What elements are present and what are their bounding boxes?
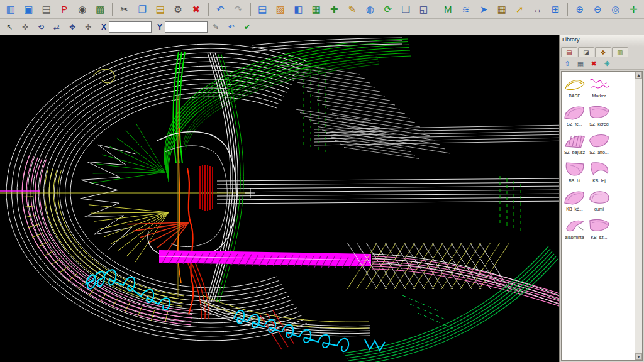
paste-icon: ▤	[156, 4, 165, 14]
library-tab-shapes[interactable]: ▤	[561, 47, 577, 57]
library-item[interactable]: alapminta	[562, 217, 587, 239]
export-pdf-button[interactable]: P	[56, 1, 74, 18]
white-zigzag	[80, 145, 136, 250]
select-tool-button[interactable]: ↖	[2, 20, 17, 34]
delete-button[interactable]: ✖	[187, 1, 205, 18]
y-coordinate-input[interactable]	[165, 21, 208, 33]
chart-button[interactable]: ≋	[457, 1, 475, 18]
red-hatch-center	[200, 165, 213, 211]
save-button[interactable]: ▣	[20, 1, 38, 18]
redo-button[interactable]: ↷	[230, 1, 247, 18]
table-button[interactable]: ▦	[308, 1, 325, 18]
library-item[interactable]: BB_hf	[562, 160, 587, 183]
save-icon: ▣	[24, 4, 33, 14]
new-window-button[interactable]: ❏	[397, 1, 415, 18]
material-button[interactable]: M	[440, 1, 457, 18]
library-item[interactable]: gumi	[587, 189, 611, 211]
edit-nodes-button[interactable]: ✜	[18, 20, 33, 34]
library-item-label: gumi	[594, 207, 604, 211]
open-button[interactable]: ▥	[2, 1, 19, 18]
print-button[interactable]: ▤	[38, 1, 55, 18]
x-coordinate-input[interactable]	[109, 21, 152, 33]
scroll-down-icon[interactable]: ▼	[635, 353, 642, 360]
library-item[interactable]: BASE	[562, 75, 587, 98]
rotate-tool-button[interactable]: ⟲	[33, 20, 48, 34]
sheet-button[interactable]: ▤	[254, 1, 272, 18]
apply-coords-button[interactable]: ✎	[208, 20, 223, 34]
red-wavy-line	[187, 168, 193, 314]
toolbar-separator	[208, 3, 209, 16]
library-tab-materials[interactable]: ▥	[612, 47, 628, 57]
layers-button[interactable]: ◧	[290, 1, 308, 18]
edit-tools-right: ✎↶✔	[208, 20, 255, 34]
zoom-fit-button[interactable]: ◎	[607, 1, 625, 18]
scroll-up-icon[interactable]: ▲	[635, 72, 642, 79]
library-item[interactable]: SZ_átfo...	[587, 132, 611, 155]
sole-yellow-ticks	[21, 197, 167, 324]
zoom-out-icon: ⊖	[594, 4, 602, 14]
library-up-button[interactable]: ⇧	[561, 59, 574, 69]
pattern-button[interactable]: ▨	[272, 1, 289, 18]
calendar-button[interactable]: ▦	[493, 1, 511, 18]
library-tab-parts[interactable]: ◪	[578, 47, 594, 57]
zoom-in-button[interactable]: ⊕	[571, 1, 589, 18]
toolbar-separator	[436, 3, 436, 16]
library-item-thumb	[563, 189, 587, 206]
library-item-thumb	[587, 104, 611, 121]
library-item[interactable]: SZ_bajusz	[562, 132, 587, 155]
measure-button[interactable]: ↔	[529, 1, 547, 18]
library-item-label: BB_hf	[569, 178, 580, 183]
chart-icon: ≋	[462, 4, 470, 14]
tools-icon: ⚙	[174, 4, 182, 14]
library-delete-button[interactable]: ✖	[587, 59, 600, 69]
library-item[interactable]: KB_ké...	[562, 189, 587, 211]
library-item-label: KB_sz...	[591, 235, 607, 239]
material-icon: M	[444, 4, 452, 14]
library-scrollbar[interactable]: ▲ ▼	[635, 72, 642, 360]
cut-button[interactable]: ✂	[116, 1, 133, 18]
library-item[interactable]: SZ_fe...	[562, 104, 587, 126]
library-item[interactable]: Marker	[587, 75, 611, 98]
apply-coords-icon: ✎	[213, 23, 219, 31]
library-item[interactable]: KB_fej	[587, 160, 611, 183]
refresh-icon: ⟳	[384, 4, 392, 14]
library-item-label: BASE	[569, 94, 580, 98]
edit-item-button[interactable]: ✎	[343, 1, 361, 18]
mirror-tool-button[interactable]: ⇄	[49, 20, 64, 34]
scale-tool-button[interactable]: ✥	[65, 20, 80, 34]
refresh-button[interactable]: ⟳	[379, 1, 397, 18]
copy-button[interactable]: ❐	[134, 1, 152, 18]
close-window-button[interactable]: ◱	[415, 1, 433, 18]
edit-toolbar: ↖✜⟲⇄✥✣ X Y ✎↶✔	[0, 19, 644, 35]
info-button[interactable]: ◍	[362, 1, 379, 18]
library-magic-button[interactable]: ❋	[601, 59, 613, 69]
confirm-button[interactable]: ✔	[240, 20, 255, 34]
zoom-out-button[interactable]: ⊖	[589, 1, 607, 18]
library-item-label: KB_fej	[592, 178, 606, 183]
cad-canvas[interactable]	[0, 35, 559, 362]
library-grid-view-icon: ▦	[577, 60, 584, 67]
undo-button[interactable]: ↶	[212, 1, 230, 18]
library-grid-view-button[interactable]: ▦	[574, 59, 587, 69]
library-item-thumb	[587, 189, 611, 206]
library-tab-colors[interactable]: ❖	[595, 47, 611, 57]
align-tool-button[interactable]: ✣	[80, 20, 96, 34]
library-item-label: SZ_kéreg	[589, 122, 608, 126]
image-button[interactable]: ▩	[92, 1, 109, 18]
library-item[interactable]: SZ_kéreg	[587, 104, 611, 126]
undo-coords-button[interactable]: ↶	[224, 20, 239, 34]
camera-button[interactable]: ◉	[74, 1, 91, 18]
library-item[interactable]: KB_sz...	[587, 217, 611, 239]
toolbar-separator	[567, 3, 568, 16]
scroll-track[interactable]	[635, 79, 642, 353]
design-button[interactable]: ➤	[475, 1, 493, 18]
paste-button[interactable]: ▤	[152, 1, 169, 18]
add-item-button[interactable]: ✚	[326, 1, 343, 18]
open-icon: ▥	[6, 4, 15, 14]
grid-button[interactable]: ⊞	[547, 1, 565, 18]
pan-button[interactable]: ✛	[625, 1, 643, 18]
tools-button[interactable]: ⚙	[170, 1, 187, 18]
pointer-button[interactable]: ➚	[511, 1, 529, 18]
layers-icon: ◧	[294, 4, 303, 14]
toe-contour-arcs	[6, 44, 306, 341]
